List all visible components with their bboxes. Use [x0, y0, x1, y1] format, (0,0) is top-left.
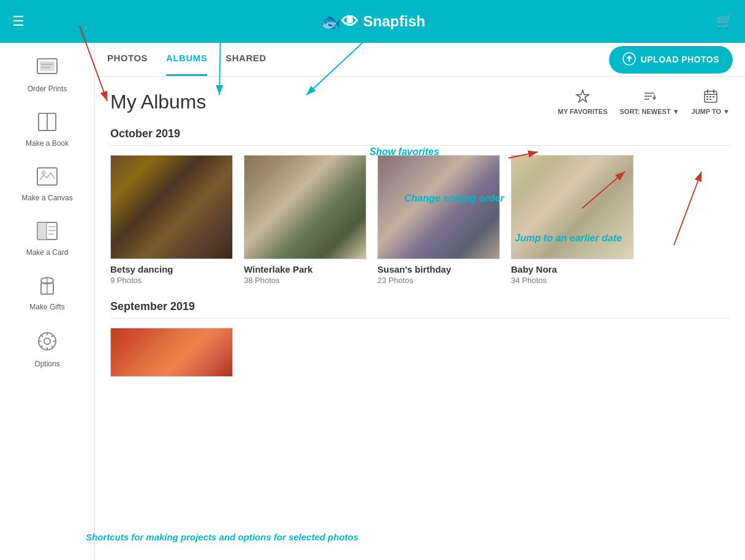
fish-icon: 🐟👁: [320, 12, 358, 32]
main-content[interactable]: My Albums MY FAVORITES: [95, 77, 745, 560]
album-count-nora: 34 Photos: [511, 276, 633, 285]
upload-button-label: UPLOAD PHOTOS: [641, 55, 719, 64]
gifts-icon: [35, 274, 59, 300]
album-name-susan: Susan's birthday: [377, 264, 500, 274]
albums-controls: MY FAVORITES SORT: NEWEST: [558, 89, 730, 115]
album-name-winterlake: Winterlake Park: [244, 264, 366, 274]
svg-line-24: [51, 346, 53, 347]
svg-rect-40: [709, 99, 711, 100]
tab-photos[interactable]: PHOTOS: [107, 43, 148, 76]
svg-rect-1: [40, 61, 55, 71]
order-prints-icon: [35, 56, 59, 81]
sort-label: SORT: NEWEST ▼: [619, 108, 679, 115]
sidebar-item-make-card-label: Make a Card: [26, 248, 69, 257]
album-thumb-nora: [511, 155, 633, 259]
sidebar-item-make-canvas-label: Make a Canvas: [21, 194, 72, 202]
section-october-2019: October 2019 Betsy dancing 9 Photos Wint…: [110, 127, 730, 285]
header: ☰ 🐟👁 Snapfish 🛒: [0, 0, 745, 43]
svg-line-26: [41, 346, 43, 347]
sort-button[interactable]: SORT: NEWEST ▼: [619, 89, 679, 115]
sort-icon: [642, 89, 657, 106]
jump-to-label: JUMP TO ▼: [692, 108, 730, 115]
cart-icon[interactable]: 🛒: [716, 13, 733, 29]
book-icon: [35, 111, 59, 136]
tabs: PHOTOS ALBUMS SHARED: [107, 43, 267, 76]
date-heading-september: September 2019: [110, 300, 730, 319]
album-name-nora: Baby Nora: [511, 264, 633, 274]
album-card-winterlake[interactable]: Winterlake Park 38 Photos: [244, 155, 366, 285]
main-layout: Order Prints Make a Book Make a Canvas M…: [0, 43, 745, 560]
sidebar-item-order-prints[interactable]: Order Prints: [0, 49, 94, 100]
canvas-icon: [35, 165, 59, 191]
sidebar-item-make-card[interactable]: Make a Card: [0, 213, 94, 264]
svg-line-25: [51, 335, 53, 337]
sidebar-item-make-book-label: Make a Book: [26, 139, 69, 148]
svg-rect-7: [37, 168, 57, 185]
svg-rect-10: [37, 222, 47, 240]
upload-photos-button[interactable]: UPLOAD PHOTOS: [609, 46, 733, 74]
date-heading-october: October 2019: [110, 127, 730, 146]
sidebar-item-order-prints-label: Order Prints: [28, 85, 67, 93]
sidebar-item-make-book[interactable]: Make a Book: [0, 104, 94, 155]
sidebar-item-options-label: Options: [34, 360, 59, 368]
card-icon: [35, 220, 59, 245]
site-logo: 🐟👁 Snapfish: [320, 12, 425, 32]
sidebar-item-make-gifts[interactable]: Make Gifts: [0, 267, 94, 319]
album-thumb-winterlake: [244, 155, 366, 259]
sidebar: Order Prints Make a Book Make a Canvas M…: [0, 43, 95, 560]
album-card-betsy[interactable]: Betsy dancing 9 Photos: [110, 155, 233, 285]
my-favorites-button[interactable]: MY FAVORITES: [558, 89, 608, 115]
favorites-label: MY FAVORITES: [558, 108, 608, 115]
album-thumb-sep: [110, 328, 233, 377]
sidebar-item-make-gifts-label: Make Gifts: [29, 303, 64, 311]
tab-albums[interactable]: ALBUMS: [166, 43, 207, 76]
album-count-betsy: 9 Photos: [110, 276, 233, 285]
svg-rect-38: [713, 96, 714, 97]
svg-line-23: [41, 335, 43, 337]
page-title: My Albums: [110, 91, 206, 113]
album-thumb-betsy: [110, 155, 233, 259]
albums-header: My Albums MY FAVORITES: [110, 89, 730, 115]
options-icon: [35, 329, 59, 357]
albums-grid-september: [110, 328, 730, 377]
sidebar-item-options[interactable]: Options: [0, 322, 94, 376]
tabs-bar: PHOTOS ALBUMS SHARED UPLOAD PHOTOS: [95, 43, 745, 77]
logo-text: Snapfish: [363, 13, 425, 30]
album-count-winterlake: 38 Photos: [244, 276, 366, 285]
calendar-icon: [703, 89, 718, 106]
svg-rect-5: [47, 113, 56, 131]
svg-rect-39: [706, 99, 708, 100]
jump-to-button[interactable]: JUMP TO ▼: [692, 89, 730, 115]
svg-point-18: [44, 338, 50, 344]
album-thumb-susan: [377, 155, 500, 259]
tab-shared[interactable]: SHARED: [225, 43, 266, 76]
svg-rect-36: [706, 96, 708, 97]
content-area: PHOTOS ALBUMS SHARED UPLOAD PHOTOS My Al…: [95, 43, 745, 560]
svg-rect-37: [709, 96, 711, 97]
album-card-family-trip[interactable]: [110, 328, 233, 377]
upload-icon: [622, 52, 636, 67]
album-card-nora[interactable]: Baby Nora 34 Photos: [511, 155, 633, 285]
section-september-2019: September 2019: [110, 300, 730, 377]
svg-rect-4: [39, 113, 47, 131]
star-icon: [575, 89, 590, 106]
album-card-susan[interactable]: Susan's birthday 23 Photos: [377, 155, 500, 285]
album-count-susan: 23 Photos: [377, 276, 500, 285]
menu-icon[interactable]: ☰: [12, 13, 25, 29]
album-name-betsy: Betsy dancing: [110, 264, 233, 274]
svg-point-8: [42, 171, 45, 175]
sidebar-item-make-canvas[interactable]: Make a Canvas: [0, 158, 94, 210]
albums-grid-october: Betsy dancing 9 Photos Winterlake Park 3…: [110, 155, 730, 285]
